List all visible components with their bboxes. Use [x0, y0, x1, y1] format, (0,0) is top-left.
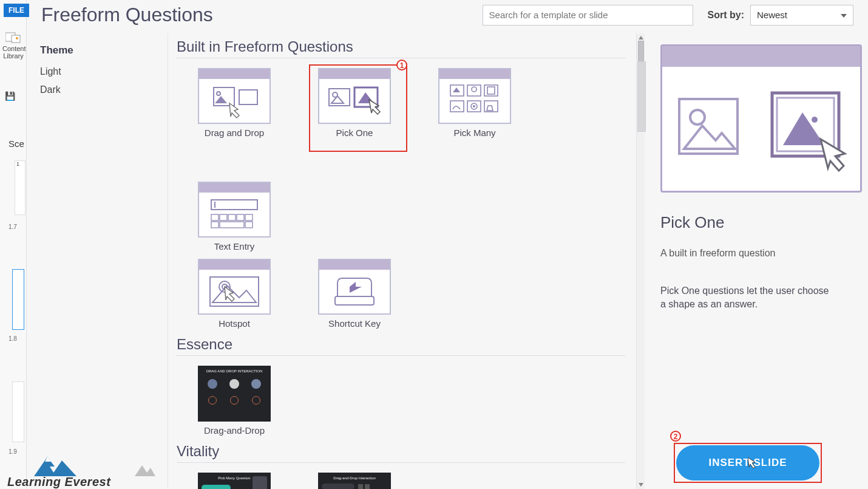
svg-rect-18 [487, 87, 495, 94]
template-gallery[interactable]: Built in Freeform Questions Drag and Dro… [177, 33, 628, 489]
svg-rect-27 [245, 214, 253, 221]
tile-pick-one[interactable]: 1 Pick One [316, 68, 393, 138]
sort-label: Sort by: [708, 10, 744, 21]
mountain-icon [135, 464, 155, 476]
tile-label: Pick Many [436, 128, 513, 138]
svg-marker-44 [51, 460, 76, 476]
svg-rect-23 [211, 214, 219, 221]
svg-rect-5 [239, 90, 257, 104]
section-vitality-title: Vitality [177, 443, 625, 460]
svg-rect-28 [211, 222, 219, 228]
theme-dark[interactable]: Dark [40, 81, 168, 99]
section-built-in-title: Built in Freeform Questions [177, 38, 625, 55]
preview-image-icon [676, 95, 742, 162]
slide-thumb-1[interactable]: 1 [15, 160, 25, 215]
freeform-questions-dialog: Freeform Questions Sort by: Newest Theme… [27, 0, 868, 489]
tile-vitality-pick-many[interactable]: Pick Many Question [196, 473, 273, 489]
svg-rect-1 [12, 35, 20, 43]
scroll-down-arrow[interactable] [639, 483, 643, 488]
preview-panel: Pick One A built in freeform question Pi… [645, 33, 868, 489]
slide-index-19: 1.9 [8, 448, 17, 455]
page-title: Freeform Questions [41, 4, 213, 26]
svg-rect-24 [220, 214, 227, 221]
svg-rect-26 [237, 214, 244, 221]
svg-rect-21 [211, 200, 257, 210]
callout-badge-2: 2 [670, 431, 681, 442]
tile-label: Text Entry [196, 241, 273, 251]
svg-point-40 [812, 117, 818, 123]
tile-drag-and-drop[interactable]: Drag and Drop [196, 68, 273, 138]
svg-marker-43 [34, 457, 56, 476]
insert-slide-button[interactable]: INSERT SLIDE [676, 445, 819, 480]
svg-point-20 [473, 105, 475, 108]
background-app-strip: FILE Content Library 💾 Sce 1 1.7 1.8 1.9 [0, 0, 27, 489]
tile-label: Shortcut Key [316, 318, 393, 329]
svg-point-2 [16, 37, 18, 39]
cursor-icon [817, 135, 853, 172]
svg-point-17 [472, 87, 476, 92]
file-tab[interactable]: FILE [4, 4, 29, 17]
preview-subtitle: A built in freeform question [660, 248, 857, 259]
svg-marker-42 [748, 457, 755, 468]
scroll-up-arrow[interactable] [639, 35, 643, 39]
tile-label: Drag and Drop [196, 128, 273, 138]
tile-hotspot[interactable]: Hotspot [196, 259, 273, 329]
preview-thumbnail [660, 44, 862, 193]
preview-title: Pick One [660, 213, 857, 232]
mountain-icon [34, 454, 76, 476]
svg-marker-41 [821, 139, 845, 171]
svg-rect-30 [245, 222, 253, 228]
slide-index-18: 1.8 [8, 335, 17, 342]
slide-thumb-selected[interactable] [12, 269, 24, 330]
sort-dropdown[interactable]: Newest [750, 5, 853, 26]
tile-shortcut-key[interactable]: Shortcut Key [316, 259, 393, 329]
slide-thumb-next[interactable] [12, 381, 24, 442]
gallery-scrollbar[interactable] [636, 33, 645, 489]
theme-sidebar: Theme Light Dark [27, 33, 168, 489]
cursor-icon [748, 457, 756, 468]
tile-label: Hotspot [196, 318, 273, 329]
svg-rect-31 [210, 277, 259, 306]
scene-label: Sce [8, 138, 24, 149]
svg-rect-29 [220, 222, 244, 228]
tile-essence-drag-and-drop[interactable]: DRAG AND DROP INTERACTION [196, 366, 273, 436]
watermark-logo: Learning Everest [7, 475, 110, 489]
callout-badge-1: 1 [396, 60, 407, 70]
tile-label: Drag-and-Drop [196, 425, 273, 436]
section-essence-title: Essence [177, 336, 625, 353]
tile-text-entry[interactable]: Text Entry [196, 182, 273, 251]
slide-index-17: 1.7 [8, 224, 17, 230]
tile-pick-many[interactable]: Pick Many [436, 68, 513, 138]
preview-selected-icon [768, 89, 847, 168]
collapse-preview-tab[interactable] [637, 61, 646, 132]
theme-heading: Theme [40, 44, 168, 56]
content-library-button[interactable]: Content Library [2, 32, 24, 60]
tile-label: Pick One [316, 128, 393, 138]
theme-light[interactable]: Light [40, 63, 168, 81]
search-input[interactable] [483, 5, 693, 26]
tile-vitality-drag-and-drop[interactable]: Drag-and-Drop Interaction [316, 473, 393, 489]
preview-description: Pick One questions let the user choose a… [660, 284, 836, 312]
svg-rect-35 [335, 296, 374, 305]
save-icon[interactable]: 💾 [5, 91, 15, 101]
svg-rect-25 [228, 214, 236, 221]
